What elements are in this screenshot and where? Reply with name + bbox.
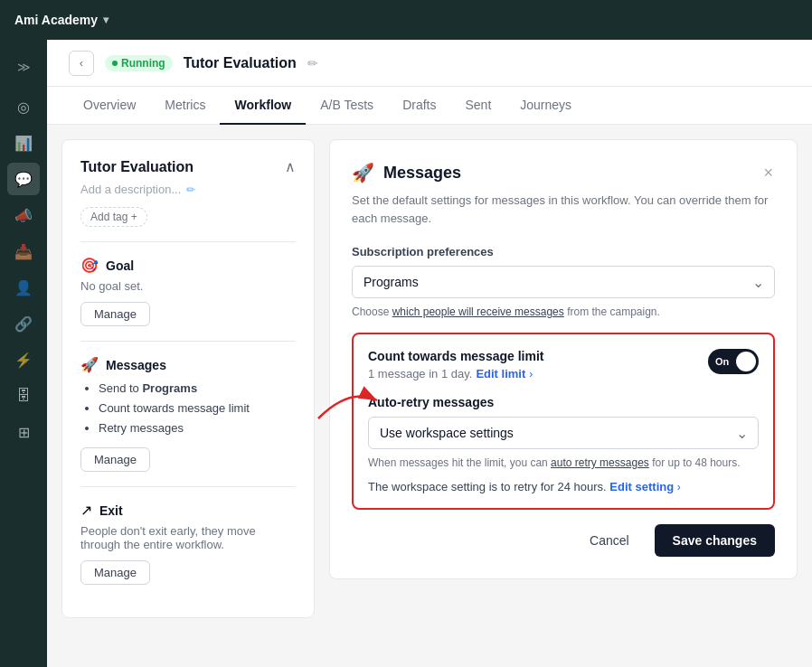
subscription-hint-link[interactable]: which people will receive messages [392, 305, 564, 318]
messages-modal: 🚀 Messages × Set the default settings fo… [329, 139, 798, 579]
modal-header: 🚀 Messages × [352, 162, 775, 184]
description-text: Add a description... [80, 183, 181, 196]
messages-icon: 🚀 [80, 356, 99, 373]
topbar-chevron: ▾ [103, 14, 109, 26]
subscription-select[interactable]: Programs [352, 266, 775, 298]
exit-manage-button[interactable]: Manage [80, 560, 150, 585]
add-tag-label: Add tag + [90, 211, 137, 223]
messages-header: 🚀 Messages [80, 356, 296, 373]
goal-manage-button[interactable]: Manage [80, 302, 150, 326]
edit-limit-link[interactable]: Edit limit [476, 367, 525, 380]
exit-icon: ↗ [80, 502, 92, 519]
sidebar-icon-chart[interactable]: 📊 [7, 127, 40, 159]
left-panel: Tutor Evaluation ∧ Add a description... … [61, 139, 315, 618]
tab-abtests[interactable]: A/B Tests [306, 87, 388, 125]
bullet-count: Count towards message limit [99, 399, 296, 418]
sidebar-icon-integration[interactable]: 🔗 [7, 307, 40, 340]
subscription-hint: Choose which people will receive message… [352, 305, 775, 318]
save-button[interactable]: Save changes [655, 524, 775, 557]
auto-retry-link[interactable]: auto retry messages [551, 456, 649, 469]
highlight-box: Count towards message limit 1 message in… [352, 333, 775, 510]
modal-close-button[interactable]: × [761, 162, 775, 184]
subscription-select-wrapper: Programs ⌄ [352, 266, 775, 298]
workspace-note: The workspace setting is to retry for 24… [368, 480, 759, 493]
messages-section: 🚀 Messages Send to Programs Count toward… [80, 356, 296, 472]
exit-section: ↗ Exit People don't exit early, they mov… [80, 502, 296, 585]
back-button[interactable]: ‹ [69, 51, 94, 76]
panel-header: Tutor Evaluation ∧ [80, 158, 296, 175]
exit-desc: People don't exit early, they move throu… [80, 524, 296, 551]
content-area: ‹ Running Tutor Evaluation ✏ Overview Me… [47, 40, 812, 667]
sidebar-icon-database[interactable]: 🗄 [7, 380, 40, 412]
campaign-title: Tutor Evaluation [184, 55, 297, 71]
sub-header: ‹ Running Tutor Evaluation ✏ [47, 40, 812, 87]
status-text: Running [121, 57, 165, 70]
tab-journeys[interactable]: Journeys [505, 87, 586, 125]
main-layout: ≫ ◎ 📊 💬 📣 📥 👤 🔗 ⚡ 🗄 ⊞ ‹ Running Tutor Ev… [0, 40, 812, 667]
sidebar-icon-person[interactable]: 👤 [7, 271, 40, 304]
tabs: Overview Metrics Workflow A/B Tests Draf… [47, 87, 812, 125]
auto-retry-title: Auto-retry messages [368, 395, 759, 409]
panel-title: Tutor Evaluation [80, 159, 194, 175]
cancel-button[interactable]: Cancel [575, 526, 644, 555]
sidebar-icon-grid[interactable]: ⊞ [7, 416, 40, 448]
toggle-container[interactable]: On [708, 349, 759, 374]
goal-header: 🎯 Goal [80, 257, 296, 274]
edit-title-icon[interactable]: ✏ [307, 56, 318, 70]
topbar-title: Ami Academy ▾ [14, 13, 109, 27]
bullet-retry: Retry messages [99, 418, 296, 438]
topbar: Ami Academy ▾ [0, 0, 812, 40]
add-tag-button[interactable]: Add tag + [80, 207, 147, 227]
messages-name: Messages [106, 358, 166, 372]
sidebar-expand-icon[interactable]: ≫ [7, 51, 40, 83]
description-edit-icon[interactable]: ✏ [186, 183, 195, 196]
bullet-send-to: Send to Programs [99, 379, 296, 399]
modal-title: Messages [383, 164, 461, 183]
panel-description: Add a description... ✏ [80, 183, 296, 196]
limit-title: Count towards message limit [368, 349, 543, 363]
tab-workflow[interactable]: Workflow [220, 87, 306, 125]
modal-content: 🚀 Messages × Set the default settings fo… [352, 162, 775, 557]
exit-name: Exit [99, 503, 123, 518]
tab-sent[interactable]: Sent [450, 87, 505, 125]
modal-title-row: 🚀 Messages [352, 162, 461, 183]
subscription-label: Subscription preferences [352, 245, 775, 258]
auto-retry-select-wrapper: Use workspace settings ⌄ [368, 417, 759, 449]
sidebar-icon-compass[interactable]: ◎ [7, 90, 40, 123]
panel-collapse-icon[interactable]: ∧ [285, 158, 296, 175]
status-badge: Running [105, 55, 173, 71]
retry-hint: When messages hit the limit, you can aut… [368, 456, 759, 469]
back-icon: ‹ [80, 56, 83, 70]
messages-bullets: Send to Programs Count towards message l… [80, 379, 296, 438]
sidebar-icon-inbox[interactable]: 📥 [7, 235, 40, 268]
toggle-knob [736, 352, 756, 371]
goal-desc: No goal set. [80, 279, 296, 293]
topbar-app-name: Ami Academy [14, 13, 98, 27]
toggle-on-label: On [715, 356, 729, 367]
goal-name: Goal [106, 258, 134, 273]
chevron-right-icon: › [529, 368, 533, 380]
edit-setting-chevron: › [677, 481, 681, 493]
action-row: Cancel Save changes [352, 524, 775, 557]
modal-description: Set the default settings for messages in… [352, 192, 775, 227]
tab-drafts[interactable]: Drafts [388, 87, 450, 125]
message-limit-toggle[interactable]: On [708, 349, 759, 374]
limit-subtitle: 1 message in 1 day. Edit limit › [368, 367, 543, 380]
exit-header: ↗ Exit [80, 502, 296, 519]
tab-overview[interactable]: Overview [69, 87, 150, 125]
limit-info: Count towards message limit 1 message in… [368, 349, 543, 380]
page-content: Tutor Evaluation ∧ Add a description... … [47, 125, 812, 667]
status-dot [112, 61, 118, 66]
auto-retry-select[interactable]: Use workspace settings [368, 417, 759, 449]
sidebar-icon-megaphone[interactable]: 📣 [7, 199, 40, 231]
sidebar-icon-messages[interactable]: 💬 [7, 163, 40, 195]
sidebar-icon-activity[interactable]: ⚡ [7, 343, 40, 376]
sidebar-icons: ≫ ◎ 📊 💬 📣 📥 👤 🔗 ⚡ 🗄 ⊞ [0, 40, 47, 667]
workspace-note-text: The workspace setting is to retry for 24… [368, 480, 607, 493]
tab-metrics[interactable]: Metrics [150, 87, 220, 125]
edit-setting-link[interactable]: Edit setting [609, 480, 674, 493]
messages-manage-button[interactable]: Manage [80, 447, 150, 472]
limit-text: 1 message in 1 day. [368, 367, 472, 380]
limit-row: Count towards message limit 1 message in… [368, 349, 759, 380]
goal-icon: 🎯 [80, 257, 99, 274]
